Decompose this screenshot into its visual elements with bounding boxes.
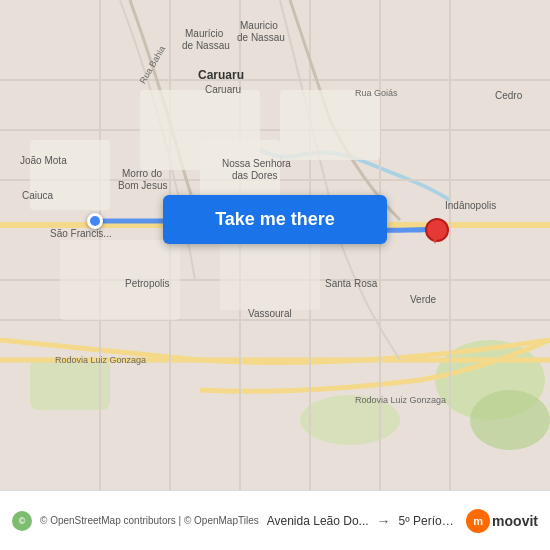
route-to: 5º Período De Enfermagem - ... — [399, 514, 459, 528]
arrow-right-icon: → — [377, 513, 391, 529]
attribution-text: © OpenStreetMap contributors | © OpenMap… — [40, 515, 259, 526]
svg-rect-3 — [30, 360, 110, 410]
svg-point-2 — [470, 390, 550, 450]
destination-marker — [425, 218, 445, 244]
moovit-icon: m — [466, 509, 490, 533]
map-container: Maurício de Nassau Mauricio de Nassau Ca… — [0, 0, 550, 490]
moovit-logo: m moovit — [466, 509, 538, 533]
origin-marker — [87, 213, 103, 229]
svg-rect-20 — [30, 140, 110, 210]
bottom-bar: © © OpenStreetMap contributors | © OpenM… — [0, 490, 550, 550]
svg-rect-23 — [220, 240, 320, 310]
svg-rect-21 — [200, 140, 280, 200]
route-from: Avenida Leão Do... — [267, 514, 369, 528]
svg-rect-19 — [280, 90, 380, 160]
svg-rect-22 — [60, 240, 180, 320]
take-me-there-button[interactable]: Take me there — [163, 195, 387, 244]
map-background — [0, 0, 550, 490]
moovit-text: moovit — [492, 513, 538, 529]
osm-logo: © — [12, 511, 32, 531]
svg-point-4 — [300, 395, 400, 445]
